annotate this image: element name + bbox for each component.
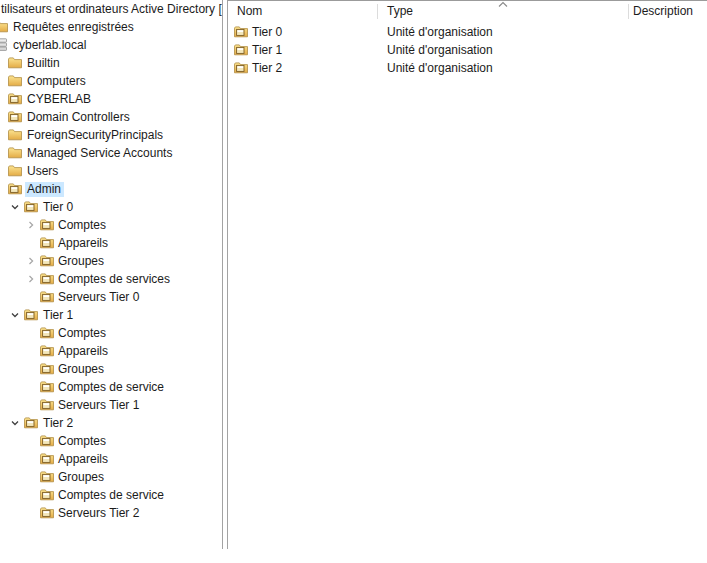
chevron-right-icon[interactable] [26,274,36,284]
tree-item-tier-2[interactable]: Tier 2 [0,414,222,432]
tree-item-appareils[interactable]: Appareils [0,342,222,360]
chevron-down-icon[interactable] [10,310,20,320]
ou-icon [8,110,22,123]
console-tree-panel: tilisateurs et ordinateurs Active Direct… [0,0,223,549]
tree-item-comptes-de-service[interactable]: Comptes de service [0,378,222,396]
tree-item-comptes[interactable]: Comptes [0,216,222,234]
tree-item-cyberlab[interactable]: CYBERLAB [0,90,222,108]
ou-icon [40,470,54,483]
tree-item-label: Domain Controllers [27,110,130,124]
tree-item-foreignsecurityprincipals[interactable]: ForeignSecurityPrincipals [0,126,222,144]
tree-item-serveurs-tier-0[interactable]: Serveurs Tier 0 [0,288,222,306]
ou-icon [40,380,54,393]
tree-item-groupes[interactable]: Groupes [0,360,222,378]
list-header: Nom Type Description [228,1,707,21]
tree-item-label: Appareils [58,236,108,250]
tree-item-builtin[interactable]: Builtin [0,54,222,72]
chevron-down-icon[interactable] [10,202,20,212]
tree-item-label: Tier 2 [43,416,73,430]
cell-name: Tier 1 [252,43,282,57]
tree-item-label: Comptes [58,434,106,448]
domain-icon [0,38,8,51]
list-row-tier-1[interactable]: Tier 1Unité d'organisation [228,41,707,59]
ou-icon [40,218,54,231]
cell-type: Unité d'organisation [387,25,493,39]
results-list-panel: Nom Type Description Tier 0Unité d'organ… [227,0,707,549]
column-header-description[interactable]: Description [633,5,693,18]
tree-item-managed-service-accounts[interactable]: Managed Service Accounts [0,144,222,162]
tree-item-label: Appareils [58,452,108,466]
folder-icon [8,146,22,159]
ou-icon [40,344,54,357]
chevron-down-icon[interactable] [0,184,1,194]
tree-item-comptes[interactable]: Comptes [0,432,222,450]
cell-name: Tier 0 [252,25,282,39]
folder-icon [0,20,8,33]
sort-ascending-icon [498,1,508,8]
column-header-type[interactable]: Type [387,5,413,18]
tree-item-label: Comptes de services [58,272,170,286]
tree-item-label: Tier 0 [43,200,73,214]
ou-icon [8,182,22,195]
ou-icon [40,272,54,285]
tree-item-label: ForeignSecurityPrincipals [27,128,163,142]
cell-type: Unité d'organisation [387,43,493,57]
column-divider[interactable] [377,4,378,19]
ou-icon [40,398,54,411]
tree-item-label: Groupes [58,470,104,484]
folder-icon [8,164,22,177]
list-row-tier-2[interactable]: Tier 2Unité d'organisation [228,59,707,77]
tree-item-tier-0[interactable]: Tier 0 [0,198,222,216]
ou-icon [24,200,38,213]
tree-item-groupes[interactable]: Groupes [0,468,222,486]
tree-item-label: Comptes [58,326,106,340]
tree-item-label: Users [27,164,58,178]
tree-item-users[interactable]: Users [0,162,222,180]
list-row-tier-0[interactable]: Tier 0Unité d'organisation [228,23,707,41]
ou-icon [40,326,54,339]
tree-item-serveurs-tier-1[interactable]: Serveurs Tier 1 [0,396,222,414]
tree-item-label: Builtin [27,56,60,70]
cell-name: Tier 2 [252,61,282,75]
ou-icon [24,416,38,429]
tree-item-requetes-enregistrees[interactable]: Requêtes enregistrées [0,18,222,36]
ou-icon [24,308,38,321]
tree-item-label: Managed Service Accounts [27,146,172,160]
ou-icon [40,362,54,375]
chevron-down-icon[interactable] [10,418,20,428]
tree-item-domain-controllers[interactable]: Domain Controllers [0,108,222,126]
tree-item-label: Serveurs Tier 2 [58,506,139,520]
tree-item-tier-1[interactable]: Tier 1 [0,306,222,324]
ou-icon [40,236,54,249]
tree-item-label: Requêtes enregistrées [13,20,134,34]
ou-icon [40,254,54,267]
tree-item-computers[interactable]: Computers [0,72,222,90]
folder-icon [8,56,22,69]
tree-item-tilisateurs-et-ordinateurs-active-director[interactable]: tilisateurs et ordinateurs Active Direct… [0,0,222,18]
chevron-right-icon[interactable] [26,256,36,266]
ou-icon [40,290,54,303]
tree-item-appareils[interactable]: Appareils [0,234,222,252]
tree-item-comptes[interactable]: Comptes [0,324,222,342]
tree-item-serveurs-tier-2[interactable]: Serveurs Tier 2 [0,504,222,522]
column-header-nom[interactable]: Nom [237,5,262,18]
tree-item-appareils[interactable]: Appareils [0,450,222,468]
tree-item-label: Computers [27,74,86,88]
tree-item-admin[interactable]: Admin [0,180,222,198]
ou-icon [40,506,54,519]
aduc-window: { "app": { "name_visible_root": "tilisat… [0,0,707,563]
folder-icon [8,128,22,141]
tree-item-cyberlab-local[interactable]: cyberlab.local [0,36,222,54]
column-divider[interactable] [628,4,629,19]
tree-item-label: CYBERLAB [27,92,91,106]
tree-item-groupes[interactable]: Groupes [0,252,222,270]
ou-icon [40,434,54,447]
ou-icon [8,92,22,105]
tree-item-comptes-de-service[interactable]: Comptes de service [0,486,222,504]
ou-icon [40,452,54,465]
tree-item-label: Serveurs Tier 0 [58,290,139,304]
ou-icon [234,25,248,38]
tree-item-label: Comptes de service [58,488,164,502]
tree-item-comptes-de-services[interactable]: Comptes de services [0,270,222,288]
chevron-right-icon[interactable] [26,220,36,230]
